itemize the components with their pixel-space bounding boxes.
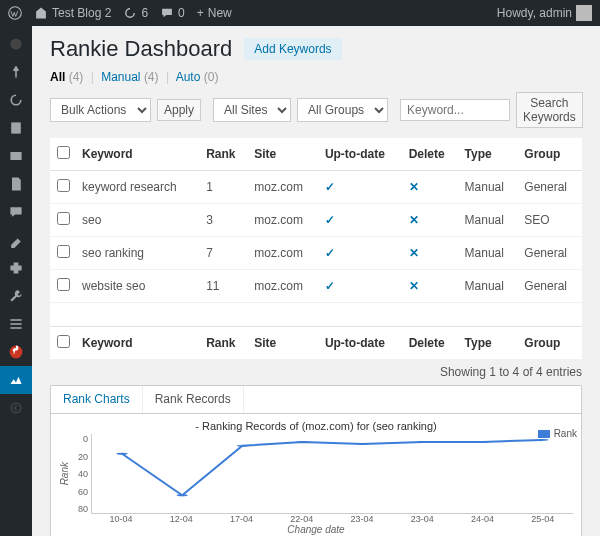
chart-tabs: Rank Charts Rank Records — [50, 385, 582, 413]
cell-uptodate[interactable]: ✓ — [319, 237, 403, 270]
row-checkbox[interactable] — [57, 278, 70, 291]
col-header[interactable]: Type — [459, 138, 519, 171]
col-header[interactable]: Site — [248, 327, 319, 360]
cell-uptodate[interactable]: ✓ — [319, 171, 403, 204]
avatar — [576, 5, 592, 21]
cell-type: Manual — [459, 237, 519, 270]
svg-rect-5 — [10, 327, 21, 329]
col-header[interactable]: Rank — [200, 327, 248, 360]
filter-links: All (4) | Manual (4) | Auto (0) — [50, 70, 582, 84]
apply-button[interactable]: Apply — [157, 99, 201, 121]
row-checkbox[interactable] — [57, 245, 70, 258]
cell-delete[interactable]: ✕ — [403, 237, 459, 270]
sidebar-plugins[interactable] — [0, 254, 32, 282]
comments-link[interactable]: 0 — [160, 6, 185, 20]
filter-auto[interactable]: Auto — [176, 70, 201, 84]
sites-select[interactable]: All Sites — [213, 98, 291, 122]
user-greeting[interactable]: Howdy, admin — [497, 5, 592, 21]
x-axis-label: Change date — [59, 524, 573, 535]
svg-rect-2 — [10, 152, 21, 160]
sidebar-pinterest[interactable] — [0, 338, 32, 366]
svg-point-8 — [116, 453, 128, 455]
col-header[interactable]: Rank — [200, 138, 248, 171]
updates-link[interactable]: 6 — [123, 6, 148, 20]
sidebar-media[interactable] — [0, 142, 32, 170]
col-header[interactable]: Keyword — [76, 138, 200, 171]
filter-all[interactable]: All — [50, 70, 65, 84]
col-header[interactable]: Delete — [403, 138, 459, 171]
cell-keyword: website seo — [76, 270, 200, 303]
svg-point-12 — [357, 443, 369, 445]
table-row: keyword research1moz.com✓✕ManualGeneral — [50, 171, 582, 204]
showing-text: Showing 1 to 4 of 4 entries — [50, 365, 582, 379]
sidebar-updates[interactable] — [0, 86, 32, 114]
cell-delete[interactable]: ✕ — [403, 270, 459, 303]
search-input[interactable] — [400, 99, 510, 121]
col-header[interactable]: Delete — [403, 327, 459, 360]
table-row: seo ranking7moz.com✓✕ManualGeneral — [50, 237, 582, 270]
col-header[interactable]: Type — [459, 327, 519, 360]
col-header[interactable]: Up-to-date — [319, 138, 403, 171]
cell-group: General — [518, 171, 582, 204]
sidebar-settings[interactable] — [0, 310, 32, 338]
new-link[interactable]: + New — [197, 6, 232, 20]
cell-site: moz.com — [248, 204, 319, 237]
sidebar-posts[interactable] — [0, 114, 32, 142]
svg-point-13 — [417, 441, 429, 443]
site-link[interactable]: Test Blog 2 — [34, 6, 111, 20]
svg-point-0 — [9, 7, 22, 20]
col-header[interactable]: Group — [518, 138, 582, 171]
cell-keyword: seo ranking — [76, 237, 200, 270]
chart-box: - Ranking Records of (moz.com) for (seo … — [50, 413, 582, 536]
admin-sidebar — [0, 26, 32, 536]
cell-type: Manual — [459, 204, 519, 237]
cell-delete[interactable]: ✕ — [403, 171, 459, 204]
y-axis-label: Rank — [59, 462, 70, 485]
cell-rank: 1 — [200, 171, 248, 204]
col-header[interactable]: Group — [518, 327, 582, 360]
cell-group: General — [518, 237, 582, 270]
cell-type: Manual — [459, 270, 519, 303]
col-header[interactable]: Up-to-date — [319, 327, 403, 360]
wp-logo[interactable] — [8, 6, 22, 20]
cell-uptodate[interactable]: ✓ — [319, 204, 403, 237]
col-header[interactable]: Site — [248, 138, 319, 171]
col-header[interactable]: Keyword — [76, 327, 200, 360]
sidebar-appearance[interactable] — [0, 226, 32, 254]
svg-point-1 — [10, 38, 21, 49]
cell-rank: 7 — [200, 237, 248, 270]
svg-point-14 — [477, 441, 489, 443]
table-row: website seo11moz.com✓✕ManualGeneral — [50, 270, 582, 303]
svg-point-15 — [537, 439, 549, 441]
sidebar-dashboard[interactable] — [0, 30, 32, 58]
sidebar-tools[interactable] — [0, 282, 32, 310]
select-all-checkbox[interactable] — [57, 335, 70, 348]
cell-delete[interactable]: ✕ — [403, 204, 459, 237]
cell-keyword: keyword research — [76, 171, 200, 204]
cell-rank: 11 — [200, 270, 248, 303]
cell-uptodate[interactable]: ✓ — [319, 270, 403, 303]
select-all-checkbox[interactable] — [57, 146, 70, 159]
sidebar-comments[interactable] — [0, 198, 32, 226]
sidebar-collapse[interactable] — [0, 394, 32, 422]
page-title: Rankie Dashboard — [50, 36, 232, 62]
row-checkbox[interactable] — [57, 179, 70, 192]
search-button[interactable]: Search Keywords — [516, 92, 583, 128]
sidebar-pin[interactable] — [0, 58, 32, 86]
tab-rank-charts[interactable]: Rank Charts — [51, 386, 143, 414]
sidebar-pages[interactable] — [0, 170, 32, 198]
cell-site: moz.com — [248, 270, 319, 303]
tab-rank-records[interactable]: Rank Records — [143, 386, 244, 413]
row-checkbox[interactable] — [57, 212, 70, 225]
add-keywords-button[interactable]: Add Keywords — [244, 38, 341, 60]
svg-rect-4 — [10, 323, 21, 325]
table-row: seo3moz.com✓✕ManualSEO — [50, 204, 582, 237]
sidebar-rankie[interactable] — [0, 366, 32, 394]
groups-select[interactable]: All Groups — [297, 98, 388, 122]
svg-rect-3 — [10, 319, 21, 321]
svg-point-11 — [297, 441, 309, 443]
svg-point-7 — [11, 403, 21, 413]
bulk-actions-select[interactable]: Bulk Actions — [50, 98, 151, 122]
cell-site: moz.com — [248, 237, 319, 270]
filter-manual[interactable]: Manual — [101, 70, 140, 84]
